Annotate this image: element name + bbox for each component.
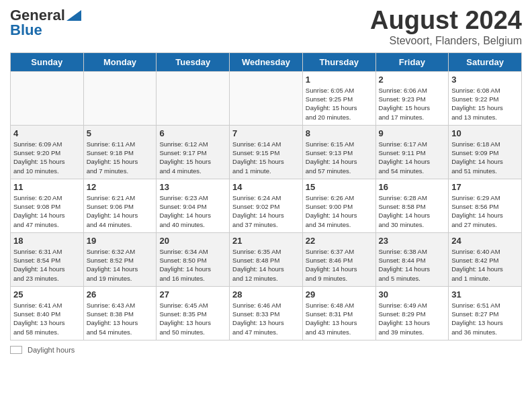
table-row: 1Sunrise: 6:05 AM Sunset: 9:25 PM Daylig… [302, 71, 375, 125]
table-row: 12Sunrise: 6:21 AM Sunset: 9:06 PM Dayli… [83, 179, 157, 232]
day-info: Sunrise: 6:08 AM Sunset: 9:22 PM Dayligh… [451, 86, 519, 122]
table-row: 7Sunrise: 6:14 AM Sunset: 9:15 PM Daylig… [230, 125, 303, 179]
day-number: 14 [232, 182, 300, 192]
day-info: Sunrise: 6:34 AM Sunset: 8:50 PM Dayligh… [159, 247, 226, 283]
day-info: Sunrise: 6:37 AM Sunset: 8:46 PM Dayligh… [306, 247, 373, 283]
header-row: Sunday Monday Tuesday Wednesday Thursday… [11, 52, 522, 71]
day-info: Sunrise: 6:49 AM Sunset: 8:29 PM Dayligh… [379, 301, 446, 336]
day-info: Sunrise: 6:18 AM Sunset: 9:09 PM Dayligh… [451, 140, 519, 175]
table-row: 17Sunrise: 6:29 AM Sunset: 8:56 PM Dayli… [449, 179, 522, 232]
month-title: August 2024 [370, 7, 522, 35]
day-number: 21 [232, 236, 300, 246]
day-info: Sunrise: 6:45 AM Sunset: 8:35 PM Dayligh… [159, 301, 226, 336]
table-row: 3Sunrise: 6:08 AM Sunset: 9:22 PM Daylig… [449, 71, 522, 125]
day-info: Sunrise: 6:09 AM Sunset: 9:20 PM Dayligh… [13, 140, 81, 175]
day-number: 25 [13, 289, 81, 300]
table-row: 28Sunrise: 6:46 AM Sunset: 8:33 PM Dayli… [230, 286, 303, 340]
day-info: Sunrise: 6:05 AM Sunset: 9:25 PM Dayligh… [306, 86, 373, 122]
table-row: 15Sunrise: 6:26 AM Sunset: 9:00 PM Dayli… [302, 179, 375, 232]
day-info: Sunrise: 6:41 AM Sunset: 8:40 PM Dayligh… [13, 301, 81, 336]
day-info: Sunrise: 6:23 AM Sunset: 9:04 PM Dayligh… [159, 193, 226, 229]
day-info: Sunrise: 6:31 AM Sunset: 8:54 PM Dayligh… [13, 247, 81, 283]
day-number: 28 [232, 289, 300, 300]
daylight-label: Daylight hours [28, 346, 75, 354]
day-info: Sunrise: 6:46 AM Sunset: 8:33 PM Dayligh… [232, 301, 300, 336]
day-info: Sunrise: 6:51 AM Sunset: 8:27 PM Dayligh… [451, 301, 519, 336]
table-row [230, 71, 303, 125]
day-info: Sunrise: 6:06 AM Sunset: 9:23 PM Dayligh… [379, 86, 446, 122]
table-row: 22Sunrise: 6:37 AM Sunset: 8:46 PM Dayli… [302, 232, 375, 286]
header: General Blue August 2024 Stevoort, Fland… [10, 7, 522, 47]
table-row: 11Sunrise: 6:20 AM Sunset: 9:08 PM Dayli… [11, 179, 84, 232]
col-friday: Friday [375, 52, 449, 71]
col-tuesday: Tuesday [157, 52, 230, 71]
day-info: Sunrise: 6:12 AM Sunset: 9:17 PM Dayligh… [159, 140, 226, 175]
calendar-week-4: 18Sunrise: 6:31 AM Sunset: 8:54 PM Dayli… [11, 232, 522, 286]
logo: General Blue [10, 7, 81, 39]
title-area: August 2024 Stevoort, Flanders, Belgium [370, 7, 522, 47]
svg-marker-0 [66, 10, 81, 21]
day-info: Sunrise: 6:11 AM Sunset: 9:18 PM Dayligh… [87, 140, 154, 175]
table-row [11, 71, 84, 125]
day-info: Sunrise: 6:15 AM Sunset: 9:13 PM Dayligh… [306, 140, 373, 175]
day-number: 16 [379, 182, 446, 192]
table-row: 26Sunrise: 6:43 AM Sunset: 8:38 PM Dayli… [83, 286, 157, 340]
day-number: 5 [87, 128, 154, 138]
table-row: 9Sunrise: 6:17 AM Sunset: 9:11 PM Daylig… [375, 125, 449, 179]
table-row: 29Sunrise: 6:48 AM Sunset: 8:31 PM Dayli… [302, 286, 375, 340]
calendar-week-3: 11Sunrise: 6:20 AM Sunset: 9:08 PM Dayli… [11, 179, 522, 232]
day-number: 20 [159, 236, 226, 246]
table-row: 30Sunrise: 6:49 AM Sunset: 8:29 PM Dayli… [375, 286, 449, 340]
day-number: 9 [379, 128, 446, 138]
logo-icon [66, 10, 81, 21]
day-info: Sunrise: 6:35 AM Sunset: 8:48 PM Dayligh… [232, 247, 300, 283]
table-row [83, 71, 157, 125]
day-number: 12 [87, 182, 154, 192]
day-number: 24 [451, 236, 519, 246]
calendar-week-2: 4Sunrise: 6:09 AM Sunset: 9:20 PM Daylig… [11, 125, 522, 179]
table-row: 4Sunrise: 6:09 AM Sunset: 9:20 PM Daylig… [11, 125, 84, 179]
calendar-week-5: 25Sunrise: 6:41 AM Sunset: 8:40 PM Dayli… [11, 286, 522, 340]
logo-blue: Blue [10, 21, 42, 39]
day-info: Sunrise: 6:20 AM Sunset: 9:08 PM Dayligh… [13, 193, 81, 229]
footer: Daylight hours [10, 346, 522, 354]
table-row: 31Sunrise: 6:51 AM Sunset: 8:27 PM Dayli… [449, 286, 522, 340]
day-number: 6 [159, 128, 226, 138]
day-info: Sunrise: 6:17 AM Sunset: 9:11 PM Dayligh… [379, 140, 446, 175]
table-row: 14Sunrise: 6:24 AM Sunset: 9:02 PM Dayli… [230, 179, 303, 232]
page: General Blue August 2024 Stevoort, Fland… [0, 0, 532, 411]
day-number: 17 [451, 182, 519, 192]
day-info: Sunrise: 6:24 AM Sunset: 9:02 PM Dayligh… [232, 193, 300, 229]
col-wednesday: Wednesday [230, 52, 303, 71]
day-number: 31 [451, 289, 519, 300]
calendar-week-1: 1Sunrise: 6:05 AM Sunset: 9:25 PM Daylig… [11, 71, 522, 125]
day-number: 18 [13, 236, 81, 246]
day-info: Sunrise: 6:29 AM Sunset: 8:56 PM Dayligh… [451, 193, 519, 229]
day-info: Sunrise: 6:26 AM Sunset: 9:00 PM Dayligh… [306, 193, 373, 229]
col-monday: Monday [83, 52, 157, 71]
day-number: 4 [13, 128, 81, 138]
day-number: 10 [451, 128, 519, 138]
day-info: Sunrise: 6:40 AM Sunset: 8:42 PM Dayligh… [451, 247, 519, 283]
table-row: 5Sunrise: 6:11 AM Sunset: 9:18 PM Daylig… [83, 125, 157, 179]
location: Stevoort, Flanders, Belgium [370, 35, 522, 47]
table-row: 27Sunrise: 6:45 AM Sunset: 8:35 PM Dayli… [157, 286, 230, 340]
day-number: 3 [451, 75, 519, 85]
day-info: Sunrise: 6:43 AM Sunset: 8:38 PM Dayligh… [87, 301, 154, 336]
day-number: 7 [232, 128, 300, 138]
day-number: 1 [306, 75, 373, 85]
day-number: 26 [87, 289, 154, 300]
col-saturday: Saturday [449, 52, 522, 71]
daylight-box-icon [10, 346, 22, 354]
table-row: 20Sunrise: 6:34 AM Sunset: 8:50 PM Dayli… [157, 232, 230, 286]
table-row: 2Sunrise: 6:06 AM Sunset: 9:23 PM Daylig… [375, 71, 449, 125]
day-number: 19 [87, 236, 154, 246]
table-row: 10Sunrise: 6:18 AM Sunset: 9:09 PM Dayli… [449, 125, 522, 179]
day-info: Sunrise: 6:32 AM Sunset: 8:52 PM Dayligh… [87, 247, 154, 283]
day-number: 13 [159, 182, 226, 192]
day-number: 29 [306, 289, 373, 300]
table-row: 13Sunrise: 6:23 AM Sunset: 9:04 PM Dayli… [157, 179, 230, 232]
table-row: 8Sunrise: 6:15 AM Sunset: 9:13 PM Daylig… [302, 125, 375, 179]
day-number: 11 [13, 182, 81, 192]
day-info: Sunrise: 6:38 AM Sunset: 8:44 PM Dayligh… [379, 247, 446, 283]
